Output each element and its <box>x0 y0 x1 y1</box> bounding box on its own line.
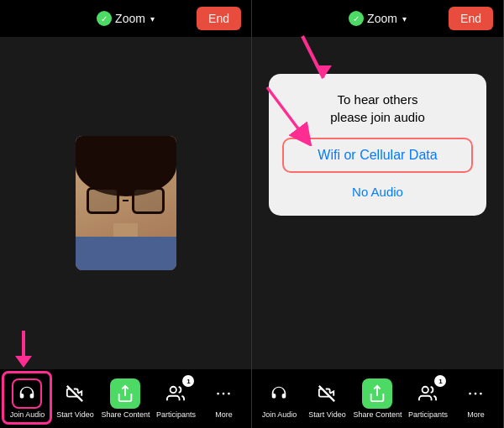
svg-point-10 <box>423 387 428 393</box>
chevron-icon-left: ▾ <box>150 14 155 23</box>
start-video-label: Start Video <box>56 410 93 419</box>
join-audio-icon-r <box>264 378 294 409</box>
toolbar-item-participants[interactable]: 1 Participants <box>154 378 197 419</box>
glasses-bridge <box>123 200 129 201</box>
toolbar-item-join-audio-r[interactable]: Join Audio <box>257 378 301 419</box>
svg-point-1 <box>171 387 176 393</box>
arrow-svg <box>294 32 344 82</box>
headphones-svg <box>18 384 36 403</box>
arrow-join-audio <box>15 331 32 368</box>
arrow-head <box>15 356 32 368</box>
participants-label: Participants <box>156 410 196 419</box>
people-svg <box>166 384 185 403</box>
more-icon <box>208 378 239 409</box>
end-button-left[interactable]: End <box>197 7 241 30</box>
face-shirt <box>76 237 176 270</box>
toolbar-item-more-r[interactable]: More <box>454 378 497 419</box>
shield-icon-right: ✓ <box>349 11 364 26</box>
arrow-shaft <box>22 331 25 356</box>
svg-marker-6 <box>315 65 332 78</box>
zoom-label-left: Zoom <box>115 12 145 25</box>
left-panel: ✓ Zoom ▾ End <box>0 0 252 428</box>
ellipsis-svg-r <box>466 384 485 403</box>
join-audio-label-r: Join Audio <box>262 410 297 419</box>
video-area-right: To hear others please join audio Wifi or… <box>252 37 503 369</box>
share-svg <box>116 384 134 403</box>
join-audio-icon <box>12 378 42 409</box>
toolbar-item-join-audio[interactable]: Join Audio <box>5 378 49 419</box>
participants-label-r: Participants <box>408 410 448 419</box>
toolbar-item-share-content[interactable]: Share Content <box>101 378 150 419</box>
face-neck <box>113 223 138 237</box>
zoom-label-right: Zoom <box>367 12 397 25</box>
share-content-icon <box>110 378 140 409</box>
zoom-logo-right[interactable]: ✓ Zoom ▾ <box>349 11 407 26</box>
top-bar-left: ✓ Zoom ▾ End <box>0 0 251 37</box>
toolbar-item-start-video-r[interactable]: Start Video <box>305 378 349 419</box>
arrow-container-right <box>294 32 344 86</box>
participant-video <box>76 136 176 270</box>
glasses-right <box>132 187 164 214</box>
svg-point-4 <box>228 393 231 395</box>
start-video-icon <box>60 378 90 409</box>
glasses-left <box>87 187 118 214</box>
participants-badge-right: 1 <box>434 375 446 387</box>
toolbar-item-start-video[interactable]: Start Video <box>53 378 97 419</box>
share-content-label: Share Content <box>101 410 150 419</box>
zoom-logo-left[interactable]: ✓ Zoom ▾ <box>97 11 155 26</box>
no-audio-button[interactable]: No Audio <box>352 185 403 199</box>
diagonal-arrow <box>259 79 318 149</box>
toolbar-item-participants-r[interactable]: 1 Participants <box>406 378 449 419</box>
start-video-label-r: Start Video <box>308 410 345 419</box>
more-label-r: More <box>467 410 485 419</box>
people-svg-r <box>418 384 437 403</box>
more-label: More <box>215 410 233 419</box>
toolbar-item-more[interactable]: More <box>202 378 245 419</box>
participants-icon: 1 <box>160 378 191 409</box>
headphones-svg-r <box>270 384 288 403</box>
toolbar-item-share-content-r[interactable]: Share Content <box>353 378 402 419</box>
right-panel: ✓ Zoom ▾ End To hear others please join … <box>252 0 504 428</box>
toolbar-left: Join Audio Start Video Share Content <box>0 369 251 428</box>
svg-point-12 <box>475 393 477 395</box>
more-icon-r <box>460 378 491 409</box>
svg-point-11 <box>470 393 472 395</box>
ellipsis-svg <box>214 384 233 403</box>
participants-icon-r: 1 <box>412 378 443 409</box>
shield-icon-left: ✓ <box>97 11 112 26</box>
join-audio-label: Join Audio <box>10 410 45 419</box>
popup-title: To hear others please join audio <box>330 91 425 126</box>
toolbar-right: Join Audio Start Video Share Content <box>252 369 503 428</box>
svg-point-2 <box>218 393 220 395</box>
face-art <box>76 136 176 270</box>
chevron-icon-right: ▾ <box>402 14 407 23</box>
svg-line-8 <box>267 87 305 138</box>
video-off-svg <box>66 384 84 403</box>
video-off-svg-r <box>318 384 336 403</box>
svg-point-13 <box>480 393 483 395</box>
top-bar-right: ✓ Zoom ▾ End <box>252 0 503 37</box>
end-button-right[interactable]: End <box>449 7 493 30</box>
face-glasses <box>86 187 166 214</box>
start-video-icon-r <box>312 378 342 409</box>
diagonal-arrow-svg <box>259 79 318 146</box>
participants-badge-left: 1 <box>182 375 194 387</box>
svg-point-3 <box>223 393 225 395</box>
video-area-left <box>0 37 251 369</box>
share-content-label-r: Share Content <box>353 410 402 419</box>
share-svg-r <box>368 384 386 403</box>
share-content-icon-r <box>362 378 392 409</box>
